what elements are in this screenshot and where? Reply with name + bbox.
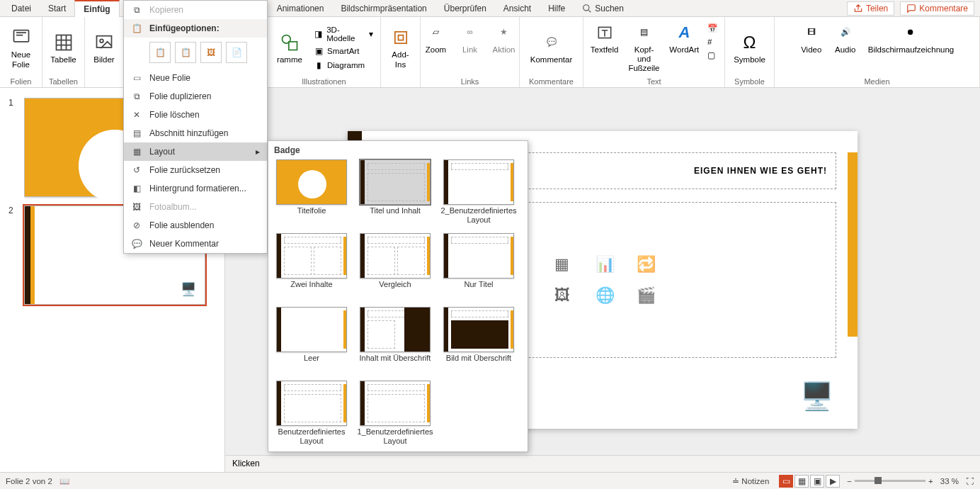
chart-placeholder-icon[interactable]: 📊	[596, 255, 624, 274]
normal-view-button[interactable]: ▭	[779, 475, 793, 488]
layout-option[interactable]: Titel und Inhalt	[358, 159, 433, 226]
paste-icon: 📋	[131, 23, 142, 34]
paste-option-1[interactable]: 📋	[149, 42, 171, 63]
layout-option[interactable]: Leer	[274, 307, 349, 373]
reading-view-button[interactable]: ▣	[810, 475, 824, 488]
smartart-icon: ▣	[313, 45, 324, 57]
zoom-out-button[interactable]: −	[847, 477, 852, 485]
album-icon: 🖼	[131, 201, 142, 213]
header-footer-button[interactable]: ▤Kopf- und Fußzeile	[624, 20, 663, 75]
layout-option[interactable]: Bild mit Überschrift	[441, 307, 516, 373]
cm-reset-slide[interactable]: ↺Folie zurücksetzen	[124, 161, 267, 179]
layout-option[interactable]: Inhalt mit Überschrift	[358, 307, 433, 373]
search-button[interactable]: Suchen	[574, 1, 632, 16]
tab-hilfe[interactable]: Hilfe	[540, 1, 574, 16]
comment-insert-button[interactable]: 💬Kommentar	[526, 30, 576, 66]
cm-new-comment[interactable]: 💬Neuer Kommentar	[124, 235, 267, 253]
date-button[interactable]: 📅	[705, 23, 720, 34]
wordart-button[interactable]: AWordArt	[667, 20, 702, 56]
screen-recording-button[interactable]: ⏺Bildschirmaufzeichnung	[864, 20, 958, 56]
svg-rect-6	[289, 42, 297, 50]
cm-photo-album[interactable]: 🖼Fotoalbum...	[124, 198, 267, 216]
textbox-label: Textfeld	[591, 45, 619, 55]
svg-rect-1	[13, 30, 28, 42]
group-label-links: Links	[425, 76, 515, 86]
layout-option[interactable]: Titelfolie	[274, 159, 349, 226]
slide-counter: Folie 2 von 2	[6, 477, 52, 485]
layout-thumb	[360, 233, 431, 279]
slide-number-button[interactable]: #	[705, 37, 720, 47]
cm-new-slide[interactable]: ▭Neue Folie	[124, 69, 267, 87]
hide-icon: ⊘	[131, 220, 142, 231]
paste-option-3[interactable]: 🖼	[200, 42, 222, 63]
cm-format-background[interactable]: ◧Hintergrund formatieren...	[124, 179, 267, 198]
zoom-slider[interactable]: − +	[847, 477, 933, 485]
cm-hide-slide[interactable]: ⊘Folie ausblenden	[124, 216, 267, 235]
link-button[interactable]: ∞Link	[455, 20, 486, 56]
3d-models-button[interactable]: ◨3D-Modelle ▾	[310, 25, 376, 43]
layout-option[interactable]: Nur Titel	[441, 233, 516, 300]
video-button[interactable]: 🎞Video	[796, 20, 827, 56]
cm-add-section[interactable]: ▤Abschnitt hinzufügen	[124, 124, 267, 142]
cm-delete-slide[interactable]: ✕Folie löschen	[124, 106, 267, 124]
header-footer-label: Kopf- und Fußzeile	[628, 45, 659, 74]
layout-option-label: Nur Titel	[465, 280, 494, 300]
sorter-view-button[interactable]: ▦	[794, 475, 809, 488]
cm-duplicate-slide[interactable]: ⧉Folie duplizieren	[124, 87, 267, 106]
zoom-percent[interactable]: 33 %	[940, 477, 959, 485]
object-button[interactable]: ▢	[705, 50, 720, 61]
symbols-button[interactable]: ΩSymbole	[729, 30, 770, 66]
svg-rect-2	[56, 35, 71, 50]
cm-layout[interactable]: ▦Layout▸	[124, 142, 267, 161]
cm-layout-label: Layout	[149, 147, 175, 157]
pictures-button[interactable]: Bilder	[89, 30, 120, 66]
layout-option[interactable]: 1_Benutzerdefiniertes Layout	[358, 381, 433, 447]
layout-option-label: Inhalt mit Überschrift	[360, 354, 431, 373]
tab-ansicht[interactable]: Ansicht	[495, 1, 540, 16]
layout-option[interactable]: Zwei Inhalte	[274, 233, 349, 300]
notes-pane-hint[interactable]: Klicken	[225, 455, 980, 472]
fit-to-window-button[interactable]: ⛶	[966, 477, 974, 485]
slideshow-view-button[interactable]: ▶	[826, 475, 840, 488]
online-picture-placeholder-icon[interactable]: 🌐	[596, 286, 624, 305]
audio-button[interactable]: 🔊Audio	[830, 20, 861, 56]
paste-option-2[interactable]: 📋	[175, 42, 196, 63]
tab-ueberpruefen[interactable]: Überprüfen	[435, 1, 495, 16]
header-footer-icon: ▤	[632, 21, 655, 44]
tab-einfuegen[interactable]: Einfüg	[74, 0, 119, 17]
link-label: Link	[462, 45, 477, 55]
chart-button[interactable]: ▮Diagramm	[310, 59, 376, 72]
paste-option-4[interactable]: 📄	[226, 42, 247, 63]
notes-toggle[interactable]: ≐ Notizen	[729, 476, 772, 486]
layout-icon: ▦	[131, 146, 142, 157]
video-placeholder-icon[interactable]: 🎬	[637, 286, 665, 305]
share-button[interactable]: Teilen	[847, 1, 894, 16]
cm-delete-slide-label: Folie löschen	[149, 110, 200, 120]
action-button[interactable]: ★Aktion	[489, 20, 520, 56]
cm-copy[interactable]: ⧉Kopieren	[124, 1, 267, 19]
spellcheck-icon[interactable]: 📖	[59, 476, 69, 486]
comments-button[interactable]: Kommentare	[900, 1, 974, 16]
zoom-button[interactable]: ▱Zoom	[421, 20, 452, 56]
new-slide-button[interactable]: Neue Folie	[6, 25, 37, 70]
cm-hide-slide-label: Folie ausblenden	[149, 220, 214, 230]
pc-icon: 🖥️	[181, 281, 196, 297]
layout-option[interactable]: Vergleich	[358, 233, 433, 300]
smartart-placeholder-icon[interactable]: 🔁	[637, 255, 665, 274]
textbox-button[interactable]: Textfeld	[588, 20, 621, 56]
table-button[interactable]: Tabelle	[46, 30, 80, 66]
tab-datei[interactable]: Datei	[3, 1, 40, 16]
shapes-button[interactable]: ramme	[272, 30, 307, 66]
smartart-button[interactable]: ▣SmartArt	[310, 45, 376, 57]
table-icon	[52, 31, 75, 54]
table-placeholder-icon[interactable]: ▦	[554, 255, 583, 274]
layout-option-label: Titel und Inhalt	[370, 206, 421, 226]
addins-button[interactable]: Add- Ins	[385, 25, 416, 70]
zoom-in-button[interactable]: +	[928, 477, 933, 485]
tab-start[interactable]: Start	[40, 1, 74, 16]
layout-option[interactable]: 2_Benutzerdefiniertes Layout	[441, 159, 516, 226]
picture-placeholder-icon[interactable]: 🖼	[554, 286, 583, 305]
layout-option[interactable]: Benutzerdefiniertes Layout	[274, 381, 349, 447]
tab-bildschirmpraesentation[interactable]: Bildschirmpräsentation	[332, 1, 435, 16]
tab-animationen[interactable]: Animationen	[268, 1, 333, 16]
